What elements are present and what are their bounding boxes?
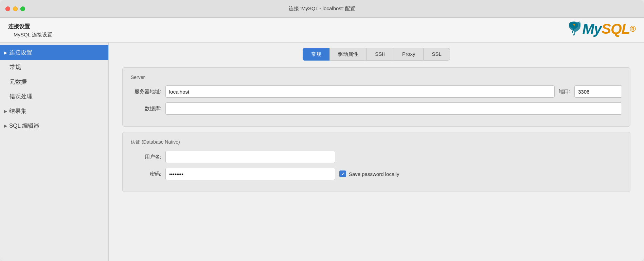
database-label: 数据库: [131, 105, 161, 112]
maximize-button[interactable] [20, 6, 25, 11]
server-address-input[interactable] [165, 85, 555, 98]
server-section: Server 服务器地址: 端口: 数据库: [122, 67, 630, 127]
header-area: 连接设置 MySQL 连接设置 MySQL® [0, 18, 644, 43]
minimize-button[interactable] [13, 6, 18, 11]
sidebar: ▶ 连接设置 常规 元数据 错误处理 ▶ 结果集 ▶ SQL [0, 43, 109, 261]
arrow-icon-result-set: ▶ [4, 109, 7, 114]
tab-proxy[interactable]: Proxy [394, 48, 423, 61]
main-content: 连接设置 MySQL 连接设置 MySQL® ▶ [0, 18, 644, 261]
sidebar-label-metadata: 元数据 [10, 78, 27, 86]
tab-ssh[interactable]: SSH [366, 48, 394, 61]
port-label: 端口: [559, 88, 570, 95]
server-section-title: Server [131, 75, 622, 80]
tab-general[interactable]: 常规 [303, 48, 329, 61]
sidebar-item-metadata[interactable]: 元数据 [0, 75, 108, 89]
auth-section-title: 认证 (Database Native) [131, 139, 622, 145]
window: 连接 'MySQL - localhost' 配置 连接设置 MySQL 连接设… [0, 0, 644, 261]
sidebar-item-result-set[interactable]: ▶ 结果集 [0, 104, 108, 118]
username-row: 用户名: [131, 151, 622, 163]
close-button[interactable] [5, 6, 10, 11]
database-input[interactable] [165, 102, 622, 115]
tab-ssl[interactable]: SSL [423, 48, 450, 61]
sidebar-label-connection-settings: 连接设置 [9, 49, 32, 56]
mysql-logo-text: MySQL® [583, 21, 636, 37]
password-row: 密码: Save password locally [131, 168, 622, 180]
header-left: 连接设置 MySQL 连接设置 [8, 23, 52, 38]
save-password-label: Save password locally [349, 171, 399, 177]
sidebar-label-error-handling: 错误处理 [10, 93, 33, 100]
sidebar-item-connection-settings[interactable]: ▶ 连接设置 [0, 45, 108, 60]
sidebar-item-error-handling[interactable]: 错误处理 [0, 89, 108, 104]
username-input[interactable] [165, 151, 335, 163]
sidebar-label-sql-editor: SQL 编辑器 [9, 122, 39, 130]
title-bar: 连接 'MySQL - localhost' 配置 [0, 0, 644, 18]
database-row: 数据库: [131, 102, 622, 115]
right-panel: 常规 驱动属性 SSH Proxy SSL [109, 43, 644, 261]
arrow-icon-sql-editor: ▶ [4, 124, 7, 128]
body-area: ▶ 连接设置 常规 元数据 错误处理 ▶ 结果集 ▶ SQL [0, 43, 644, 261]
server-address-row: 服务器地址: 端口: [131, 85, 622, 98]
username-label: 用户名: [131, 154, 161, 160]
server-address-label: 服务器地址: [131, 88, 161, 95]
connection-settings-heading: 连接设置 [8, 23, 52, 30]
port-input[interactable] [574, 85, 622, 98]
window-title: 连接 'MySQL - localhost' 配置 [289, 5, 355, 12]
form-area: Server 服务器地址: 端口: 数据库: [109, 61, 644, 261]
password-label: 密码: [131, 171, 161, 177]
mysql-subtitle: MySQL 连接设置 [14, 32, 52, 38]
save-password-checkbox[interactable] [339, 170, 346, 177]
mysql-logo: MySQL® [564, 20, 636, 37]
tabs-container: 常规 驱动属性 SSH Proxy SSL [109, 43, 644, 61]
password-input[interactable] [165, 168, 335, 180]
sidebar-label-result-set: 结果集 [9, 107, 26, 115]
arrow-icon-connection: ▶ [4, 50, 7, 55]
traffic-lights [5, 6, 25, 11]
sidebar-item-sql-editor[interactable]: ▶ SQL 编辑器 [0, 118, 108, 133]
auth-section: 认证 (Database Native) 用户名: 密码: [122, 132, 630, 192]
save-password-row: Save password locally [339, 170, 399, 177]
sidebar-item-general[interactable]: 常规 [0, 60, 108, 75]
dolphin-icon [566, 20, 583, 37]
tab-driver-props[interactable]: 驱动属性 [329, 48, 366, 61]
sidebar-label-general: 常规 [10, 63, 21, 71]
